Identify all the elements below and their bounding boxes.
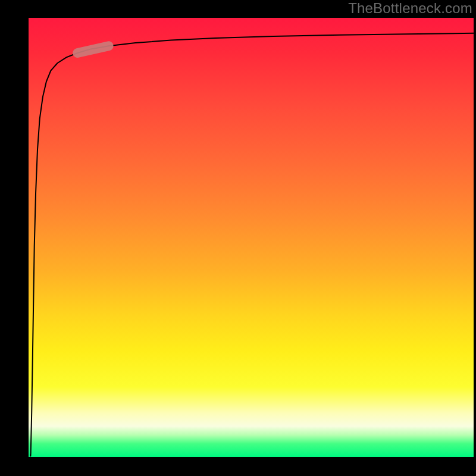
plot-area bbox=[29, 18, 474, 457]
chart-frame: TheBottleneck.com bbox=[0, 0, 476, 476]
highlight-overlay bbox=[77, 46, 108, 53]
curve-layer bbox=[29, 18, 474, 457]
bottleneck-curve bbox=[30, 33, 474, 456]
watermark-text: TheBottleneck.com bbox=[348, 0, 472, 17]
